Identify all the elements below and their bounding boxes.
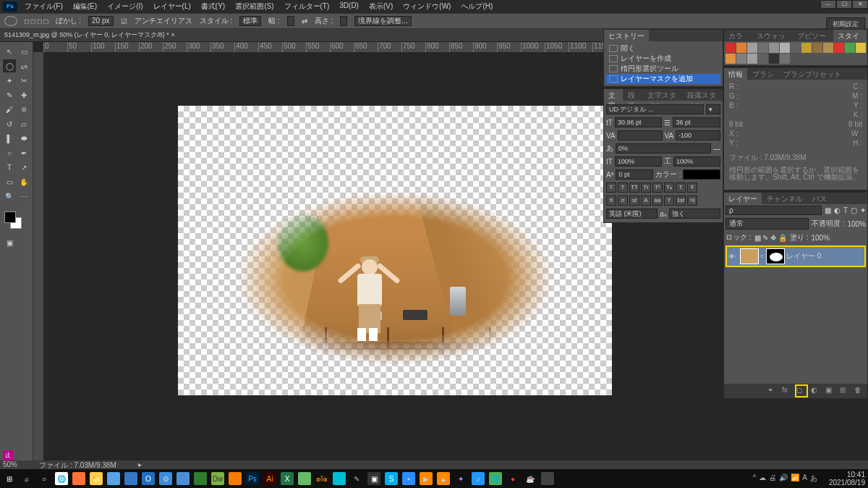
- document-canvas[interactable]: [178, 106, 612, 395]
- eyedropper-tool-icon[interactable]: ✎: [3, 88, 16, 101]
- dreamweaver-icon[interactable]: Dw: [211, 472, 224, 485]
- eraser-tool-icon[interactable]: ▱: [17, 117, 30, 130]
- gradient-tool-icon[interactable]: ▌: [3, 132, 16, 145]
- style-swatch[interactable]: [747, 54, 757, 64]
- tab-styles[interactable]: スタイル: [833, 30, 867, 41]
- add-mask-icon[interactable]: ◻: [796, 386, 807, 396]
- leading-input[interactable]: 36 pt: [673, 117, 720, 127]
- app-icon[interactable]: [333, 472, 346, 485]
- color-swatch[interactable]: [3, 210, 30, 232]
- menu-layer[interactable]: レイヤー(L): [153, 1, 191, 12]
- tab-swatches[interactable]: スウォッチ: [752, 30, 792, 41]
- app-icon[interactable]: [298, 472, 311, 485]
- obs-icon[interactable]: ▣: [367, 472, 380, 485]
- wand-tool-icon[interactable]: ✦: [3, 74, 16, 87]
- style-swatch[interactable]: [747, 43, 757, 53]
- menu-file[interactable]: ファイル(F): [25, 1, 63, 12]
- menu-help[interactable]: ヘルプ(H): [461, 1, 493, 12]
- group-icon[interactable]: ▣: [825, 386, 835, 396]
- foreground-color[interactable]: [4, 211, 16, 223]
- layer-fx-icon[interactable]: fx: [782, 386, 792, 396]
- player-icon[interactable]: ▶: [420, 472, 433, 485]
- tab-layers[interactable]: レイヤー: [724, 193, 762, 204]
- tab-paragraph[interactable]: 段落: [624, 89, 642, 101]
- blur-tool-icon[interactable]: ⬬: [17, 132, 30, 145]
- butterfly-icon[interactable]: ʚĭɞ: [315, 472, 328, 485]
- rect-marquee-tool-icon[interactable]: ▭: [17, 45, 30, 58]
- style-swatch[interactable]: [780, 54, 790, 64]
- tab-color[interactable]: カラー: [724, 30, 752, 41]
- elliptical-marquee-tool-icon[interactable]: ◯: [3, 59, 16, 72]
- minimize-button[interactable]: —: [820, 0, 836, 9]
- style-swatch[interactable]: [834, 43, 844, 53]
- marquee-shape-icon[interactable]: [4, 16, 17, 26]
- fill-value[interactable]: 100%: [811, 234, 830, 242]
- vscale-input[interactable]: 100%: [615, 156, 662, 167]
- font-size-input[interactable]: 30.96 pt: [615, 117, 663, 127]
- style-swatch[interactable]: [801, 43, 812, 53]
- menu-image[interactable]: イメージ(I): [107, 1, 142, 12]
- tab-character[interactable]: 文字: [604, 89, 623, 101]
- type-tool-icon[interactable]: T: [3, 161, 16, 174]
- style-swatch[interactable]: [845, 43, 855, 53]
- style-swatch[interactable]: [780, 43, 790, 53]
- style-swatch[interactable]: [758, 54, 768, 64]
- style-swatch[interactable]: [736, 43, 746, 53]
- excel-icon[interactable]: X: [281, 472, 294, 485]
- cortana-icon[interactable]: ○: [38, 472, 51, 485]
- tab-info[interactable]: 情報: [724, 68, 747, 80]
- feather-input[interactable]: 20 px: [88, 16, 113, 26]
- search-icon[interactable]: ⌕: [20, 472, 33, 485]
- style-swatch[interactable]: [726, 43, 736, 53]
- height-input[interactable]: [340, 16, 347, 26]
- chevron-up-icon[interactable]: ^: [753, 474, 757, 484]
- app-icon[interactable]: ☕: [524, 472, 537, 485]
- style-swatch[interactable]: [726, 54, 736, 64]
- app-icon[interactable]: [176, 472, 190, 485]
- layer-mask-thumbnail[interactable]: [766, 248, 785, 264]
- pen-tool-icon[interactable]: ✒: [17, 146, 30, 159]
- style-swatch[interactable]: [823, 43, 833, 53]
- style-swatch[interactable]: [769, 54, 779, 64]
- tab-buisource[interactable]: ブビソース: [793, 30, 833, 41]
- style-swatch[interactable]: [812, 43, 822, 53]
- close-button[interactable]: ✕: [852, 0, 868, 9]
- sublime-icon[interactable]: [229, 472, 242, 485]
- kerning-input[interactable]: [618, 130, 663, 140]
- refine-edge-button[interactable]: 境界線を調整...: [354, 16, 411, 26]
- menu-edit[interactable]: 編集(E): [73, 1, 97, 12]
- language-select[interactable]: 英語 (米国): [606, 209, 658, 219]
- text-color-swatch[interactable]: [683, 169, 720, 180]
- volume-icon[interactable]: 🔊: [779, 474, 788, 484]
- history-item[interactable]: レイヤーマスクを追加: [606, 74, 720, 84]
- globe-icon[interactable]: 🌐: [489, 472, 502, 485]
- history-brush-tool-icon[interactable]: ↺: [3, 117, 16, 130]
- vlc-icon[interactable]: ▲: [437, 472, 450, 485]
- start-button[interactable]: ⊞: [3, 472, 16, 485]
- tracking-input[interactable]: -100: [676, 130, 720, 140]
- skype-icon[interactable]: S: [385, 472, 398, 485]
- font-select[interactable]: UD デジタル ...: [606, 104, 704, 114]
- brush-icon[interactable]: ✎: [350, 472, 363, 485]
- history-item[interactable]: 開く: [606, 43, 720, 54]
- antialias-select[interactable]: 強く: [669, 209, 720, 219]
- tsume-input[interactable]: 0%: [616, 143, 711, 153]
- style-swatch[interactable]: [769, 43, 779, 53]
- wifi-icon[interactable]: 📶: [791, 474, 799, 484]
- extra-tool-icon[interactable]: ⋯: [17, 190, 30, 203]
- crop-tool-icon[interactable]: ✂: [17, 74, 30, 87]
- menu-window[interactable]: ウィンドウ(W): [403, 1, 451, 12]
- tab-history[interactable]: ヒストリー: [604, 30, 649, 41]
- photoshop-icon[interactable]: Ps: [246, 472, 259, 485]
- menu-3d[interactable]: 3D(D): [339, 1, 359, 12]
- menu-select[interactable]: 選択範囲(S): [235, 1, 273, 12]
- ime-icon[interactable]: A: [802, 474, 807, 484]
- layer-row[interactable]: 👁 ⊂ レイヤー 0: [726, 245, 866, 267]
- system-tray[interactable]: ^ ☁ 🖨 🔊 📶 A あ: [753, 474, 817, 484]
- stamp-tool-icon[interactable]: ⧇: [17, 103, 30, 116]
- tab-channels[interactable]: チャンネル: [762, 193, 807, 204]
- adjustment-layer-icon[interactable]: ◐: [811, 386, 821, 396]
- zoom-icon[interactable]: ▪: [402, 472, 415, 485]
- app-icon[interactable]: [541, 472, 554, 485]
- tab-charstyle[interactable]: 文字スタイル: [643, 89, 682, 101]
